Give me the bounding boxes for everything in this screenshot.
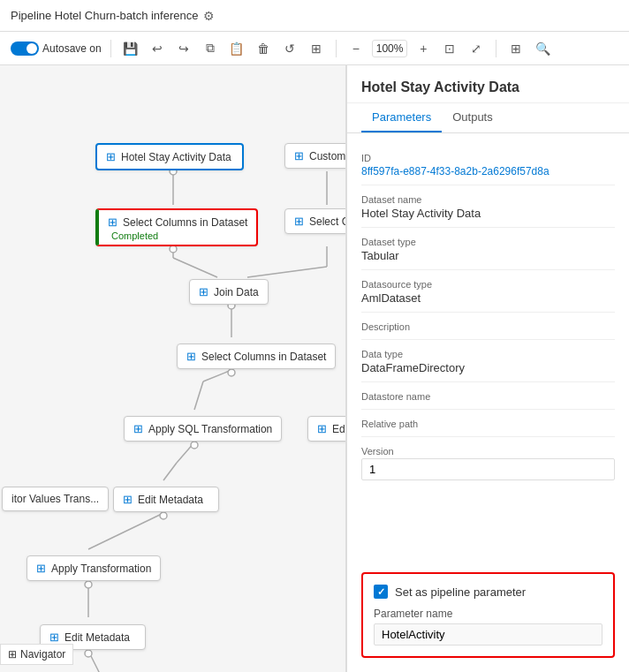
description-label: Description: [361, 321, 615, 332]
datastore-name-label: Datastore name: [361, 391, 615, 402]
gear-icon[interactable]: ⚙: [203, 9, 215, 23]
svg-point-17: [228, 369, 235, 376]
undo-button[interactable]: ↩: [147, 38, 168, 59]
svg-line-7: [203, 370, 231, 381]
node-select-cols-3-label: Select Columns in Dataset: [201, 351, 326, 363]
toolbar-separator-3: [496, 40, 496, 57]
svg-line-9: [177, 442, 194, 463]
paste-button[interactable]: 📋: [226, 38, 247, 59]
node-hotel-stay[interactable]: ⊞ Hotel Stay Activity Data: [95, 143, 244, 170]
transform-icon-3: ⊞: [186, 350, 196, 363]
zoom-in-button[interactable]: +: [413, 38, 434, 59]
page-title: Pipeline Hotel Churn-batch inference: [11, 9, 198, 22]
panel-title: Hotel Stay Activity Data: [347, 65, 629, 103]
node-customer-label: Customer Da...: [309, 150, 346, 162]
transform-icon-2: ⊞: [294, 215, 304, 228]
data-type-value: DataFrameDirectory: [361, 361, 615, 374]
dataset-name-label: Dataset name: [361, 194, 615, 205]
node-apply-transform[interactable]: ⊞ Apply Transformation: [27, 555, 161, 581]
fullscreen-button[interactable]: ⤢: [466, 38, 487, 59]
toolbar-separator-1: [110, 40, 111, 57]
node-select-cols-2[interactable]: ⊞ Select Colum...: [284, 208, 346, 234]
svg-line-10: [163, 463, 177, 480]
svg-line-3: [173, 258, 217, 277]
node-edit-metadata-2-label: Edit Metadata: [64, 631, 130, 644]
delete-button[interactable]: 🗑: [253, 38, 274, 59]
node-edit-metadata-1[interactable]: ⊞ Edit Metadata: [113, 487, 219, 512]
node-select-cols-1[interactable]: ⊞ Select Columns in Dataset Completed: [95, 208, 258, 246]
toolbar-separator-2: [336, 40, 337, 57]
svg-point-15: [170, 245, 177, 253]
pipeline-param-checkbox[interactable]: [374, 585, 388, 599]
zoom-out-button[interactable]: −: [345, 38, 367, 59]
navigator-button[interactable]: ⊞ Navigator: [0, 644, 73, 665]
node-join-data[interactable]: ⊞ Join Data: [189, 279, 269, 305]
divider-8: [361, 436, 615, 437]
node-customer-data[interactable]: ⊞ Customer Da...: [284, 143, 346, 169]
copy-button[interactable]: ⧉: [200, 38, 221, 59]
node-edit-metadata-1-label: Edit Metadata: [138, 494, 203, 506]
divider-5: [361, 339, 615, 340]
param-name-input[interactable]: [374, 623, 602, 646]
pipeline-param-section: Set as pipeline parameter Parameter name: [361, 572, 615, 658]
svg-line-11: [88, 513, 163, 549]
completed-label: Completed: [111, 230, 158, 241]
divider-2: [361, 227, 615, 228]
transform-icon-1: ⊞: [108, 215, 117, 229]
save-button[interactable]: 💾: [120, 38, 141, 59]
id-label: ID: [361, 153, 615, 163]
node-join-label: Join Data: [214, 286, 259, 298]
divider-7: [361, 409, 615, 410]
svg-point-19: [160, 512, 167, 519]
node-select-cols-3[interactable]: ⊞ Select Columns in Dataset: [177, 344, 336, 369]
node-apply-transform-label: Apply Transformation: [51, 563, 151, 575]
pipeline-param-checkbox-label: Set as pipeline parameter: [395, 585, 526, 599]
navigator-icon: ⊞: [8, 648, 17, 661]
datasource-type-value: AmlDataset: [361, 291, 615, 305]
svg-line-5: [247, 267, 327, 277]
node-select-cols-2-label: Select Colum...: [309, 215, 346, 228]
dataset-name-value: Hotel Stay Activity Data: [361, 207, 615, 220]
redo-button[interactable]: ↪: [173, 38, 194, 59]
autosave-label: Autosave on: [42, 42, 102, 55]
param-name-label: Parameter name: [374, 608, 602, 620]
svg-point-20: [85, 581, 92, 588]
title-bar: Pipeline Hotel Churn-batch inference ⚙: [0, 0, 629, 32]
main-layout: ⊞ Hotel Stay Activity Data ⊞ Customer Da…: [0, 65, 629, 672]
node-edit-m[interactable]: ⊞ Edit M...: [307, 416, 346, 442]
module-icon[interactable]: ⊞: [505, 38, 527, 59]
svg-line-13: [88, 651, 106, 672]
relative-path-label: Relative path: [361, 419, 615, 429]
node-select-cols-1-label: Select Columns in Dataset: [123, 216, 247, 229]
canvas-area[interactable]: ⊞ Hotel Stay Activity Data ⊞ Customer Da…: [0, 65, 346, 672]
autosave-toggle[interactable]: Autosave on: [11, 42, 102, 56]
datasource-type-label: Datasource type: [361, 279, 615, 290]
refresh-button[interactable]: ↺: [279, 38, 300, 59]
fit-view-button[interactable]: ⊡: [439, 38, 460, 59]
pipeline-param-checkbox-row[interactable]: Set as pipeline parameter: [374, 585, 602, 599]
view-button[interactable]: ⊞: [306, 38, 327, 59]
toggle-switch[interactable]: [11, 42, 39, 56]
edit-icon-1: ⊞: [317, 422, 327, 435]
divider-3: [361, 269, 615, 270]
version-label: Version: [361, 446, 615, 457]
edit-icon-2: ⊞: [123, 493, 133, 506]
dataset-type-label: Dataset type: [361, 237, 615, 247]
svg-line-8: [194, 381, 203, 410]
tab-parameters[interactable]: Parameters: [361, 103, 442, 132]
toolbar: Autosave on 💾 ↩ ↪ ⧉ 📋 🗑 ↺ ⊞ − 100% + ⊡ ⤢…: [0, 32, 629, 65]
node-apply-sql[interactable]: ⊞ Apply SQL Transformation: [124, 416, 282, 442]
version-input[interactable]: [361, 458, 615, 480]
search-button[interactable]: 🔍: [532, 38, 553, 59]
node-itor-values[interactable]: itor Values Trans...: [2, 487, 109, 511]
panel-body: ID 8ff597fa-e887-4f33-8a2b-2a6296f57d8a …: [347, 133, 629, 558]
id-value: 8ff597fa-e887-4f33-8a2b-2a6296f57d8a: [361, 165, 615, 177]
panel-tabs: Parameters Outputs: [347, 103, 629, 133]
transform-icon-4: ⊞: [36, 562, 46, 575]
svg-point-21: [85, 650, 92, 657]
data-type-label: Data type: [361, 349, 615, 359]
tab-outputs[interactable]: Outputs: [442, 103, 504, 132]
node-apply-sql-label: Apply SQL Transformation: [148, 423, 272, 435]
right-panel: Hotel Stay Activity Data Parameters Outp…: [346, 65, 629, 672]
divider-1: [361, 185, 615, 185]
